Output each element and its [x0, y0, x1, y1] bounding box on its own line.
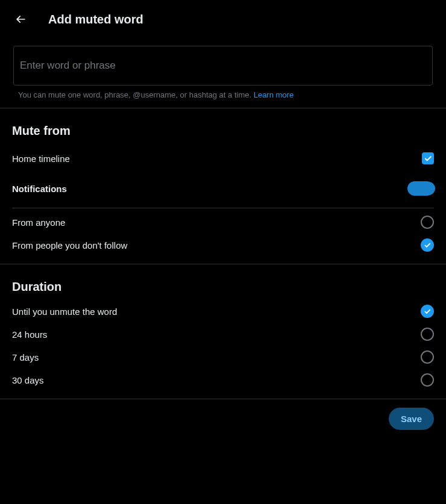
from-anyone-label: From anyone: [12, 217, 65, 228]
duration-30d-radio[interactable]: [421, 373, 434, 387]
duration-title: Duration: [12, 272, 434, 300]
notifications-row[interactable]: Notifications: [12, 173, 434, 204]
duration-24h-label: 24 hours: [12, 329, 47, 340]
from-not-follow-radio[interactable]: [421, 238, 434, 252]
from-not-follow-row[interactable]: From people you don't follow: [12, 234, 434, 257]
home-timeline-label: Home timeline: [12, 154, 70, 164]
helper-text-body: You can mute one word, phrase, @username…: [18, 90, 254, 99]
duration-forever-label: Until you unmute the word: [12, 306, 117, 317]
checkmark-icon: [423, 307, 432, 316]
muted-word-input[interactable]: [13, 46, 433, 86]
from-anyone-radio[interactable]: [421, 216, 434, 229]
sub-divider: [12, 208, 434, 208]
checkmark-icon: [423, 241, 432, 249]
arrow-left-icon: [14, 13, 27, 25]
duration-7d-radio[interactable]: [421, 350, 434, 364]
duration-30d-label: 30 days: [12, 375, 44, 385]
home-timeline-row[interactable]: Home timeline: [12, 144, 434, 173]
page-title: Add muted word: [48, 13, 143, 26]
header: Add muted word: [0, 0, 446, 39]
duration-24h-row[interactable]: 24 hours: [12, 323, 434, 346]
notifications-toggle[interactable]: [407, 181, 434, 196]
notifications-label: Notifications: [12, 184, 67, 194]
duration-forever-row[interactable]: Until you unmute the word: [12, 300, 434, 323]
duration-30d-row[interactable]: 30 days: [12, 369, 434, 391]
home-timeline-checkbox[interactable]: [422, 152, 434, 164]
duration-forever-radio[interactable]: [421, 305, 434, 318]
input-section: You can mute one word, phrase, @username…: [0, 39, 446, 108]
mute-from-title: Mute from: [12, 116, 434, 144]
helper-text: You can mute one word, phrase, @username…: [13, 90, 433, 108]
mute-from-section: Mute from Home timeline Notifications Fr…: [0, 108, 446, 264]
duration-7d-row[interactable]: 7 days: [12, 346, 434, 369]
duration-section: Duration Until you unmute the word 24 ho…: [0, 264, 446, 399]
save-button[interactable]: Save: [389, 408, 434, 430]
duration-24h-radio[interactable]: [421, 328, 434, 341]
duration-7d-label: 7 days: [12, 352, 39, 362]
from-anyone-row[interactable]: From anyone: [12, 211, 434, 234]
back-button[interactable]: [10, 8, 31, 30]
from-not-follow-label: From people you don't follow: [12, 240, 127, 250]
learn-more-link[interactable]: Learn more: [254, 90, 294, 99]
footer: Save: [0, 399, 446, 438]
checkmark-icon: [423, 154, 433, 163]
